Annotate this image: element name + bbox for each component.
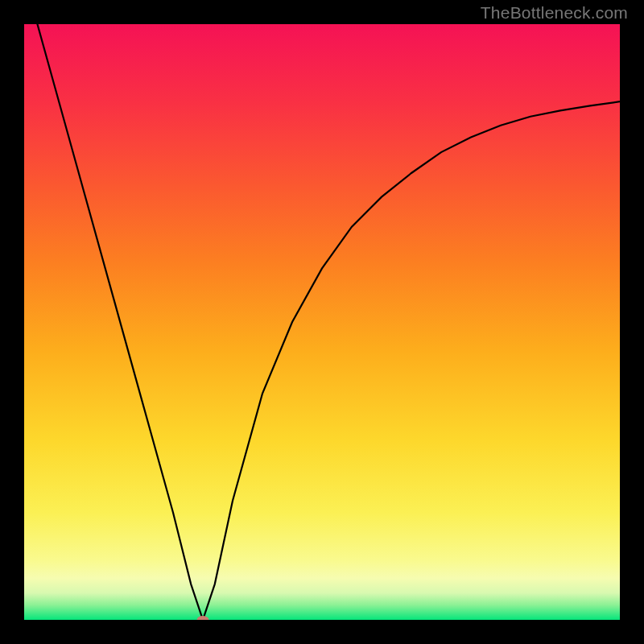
- minimum-marker: [197, 616, 209, 620]
- chart-frame: TheBottleneck.com: [0, 0, 644, 644]
- plot-area: [24, 24, 620, 620]
- watermark-text: TheBottleneck.com: [481, 3, 628, 23]
- bottleneck-curve: [24, 24, 620, 620]
